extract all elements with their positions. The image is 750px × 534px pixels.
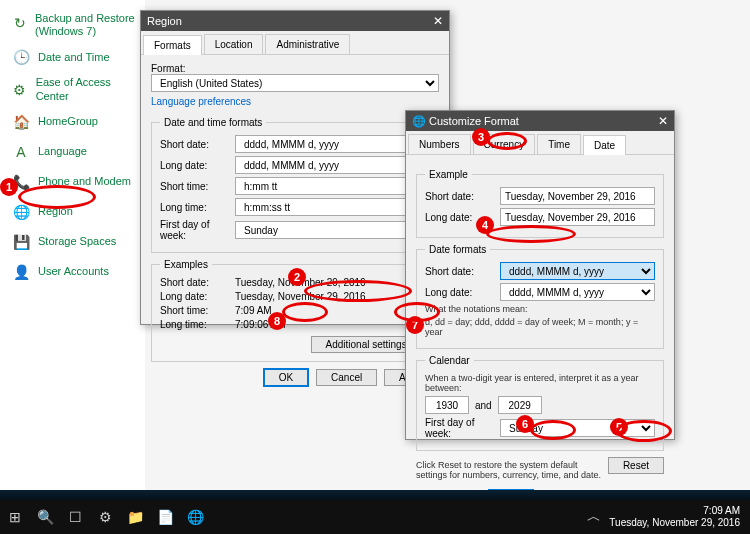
tab-numbers[interactable]: Numbers — [408, 134, 471, 154]
first-day-select[interactable]: Sunday — [500, 419, 655, 437]
ex-long-value — [500, 208, 655, 226]
clock-date: Tuesday, November 29, 2016 — [609, 517, 740, 529]
sidebar-item-phone[interactable]: 📞Phone and Modem — [4, 167, 141, 197]
short-date-label: Short date: — [160, 139, 235, 150]
system-clock[interactable]: 7:09 AM Tuesday, November 29, 2016 — [609, 505, 750, 529]
sidebar-item-label: Storage Spaces — [38, 235, 116, 248]
short-time-select[interactable]: h:mm tt — [235, 177, 430, 195]
ok-button[interactable]: OK — [263, 368, 309, 387]
long-date-label: Long date: — [160, 160, 235, 171]
user-icon: 👤 — [10, 261, 32, 283]
tab-administrative[interactable]: Administrative — [265, 34, 350, 54]
examples-group: Examples Short date:Tuesday, November 29… — [151, 259, 439, 362]
ex-short-value — [500, 187, 655, 205]
titlebar[interactable]: Region ✕ — [141, 11, 449, 31]
notation-text: d, dd = day; ddd, dddd = day of week; M … — [425, 317, 655, 337]
sidebar-item-label: Backup and Restore (Windows 7) — [35, 12, 135, 38]
sidebar-item-ease[interactable]: ⚙Ease of Access Center — [4, 72, 141, 106]
phone-icon: 📞 — [10, 171, 32, 193]
short-date-format-select[interactable]: dddd, MMMM d, yyyy — [500, 262, 655, 280]
start-button[interactable]: ⊞ — [0, 500, 30, 534]
titlebar[interactable]: 🌐 Customize Format ✕ — [406, 111, 674, 131]
calendar-group: Calendar When a two-digit year is entere… — [416, 355, 664, 451]
sidebar-item-backup[interactable]: ↻Backup and Restore (Windows 7) — [4, 8, 141, 42]
ex-short-time: 7:09 AM — [235, 305, 272, 316]
task-view-icon[interactable]: ☐ — [60, 500, 90, 534]
ease-icon: ⚙ — [10, 79, 30, 101]
clock-time: 7:09 AM — [609, 505, 740, 517]
tab-formats[interactable]: Formats — [143, 35, 202, 55]
format-select[interactable]: English (United States) — [151, 74, 439, 92]
format-label: Format: — [151, 63, 439, 74]
desktop-background — [0, 490, 750, 500]
taskbar[interactable]: ⊞ 🔍 ☐ ⚙ 📁 📄 🌐 ︿ 7:09 AM Tuesday, Novembe… — [0, 500, 750, 534]
sidebar-item-language[interactable]: ALanguage — [4, 137, 141, 167]
ex-short-time-label: Short time: — [160, 305, 235, 316]
year-to-spinner[interactable] — [498, 396, 542, 414]
first-day-select[interactable]: Sunday — [235, 221, 430, 239]
group-legend: Calendar — [425, 355, 474, 366]
group-legend: Example — [425, 169, 472, 180]
dialog-title: 🌐 Customize Format — [412, 115, 519, 128]
sidebar-item-label: User Accounts — [38, 265, 109, 278]
group-legend: Date formats — [425, 244, 490, 255]
chevron-up-icon[interactable]: ︿ — [579, 500, 609, 534]
reset-button[interactable]: Reset — [608, 457, 664, 474]
sidebar-item-users[interactable]: 👤User Accounts — [4, 257, 141, 287]
sidebar-item-label: HomeGroup — [38, 115, 98, 128]
tab-currency[interactable]: Currency — [473, 134, 536, 154]
region-dialog: Region ✕ Formats Location Administrative… — [140, 10, 450, 325]
long-date-select[interactable]: dddd, MMMM d, yyyy — [235, 156, 430, 174]
ex-long-time: 7:09:06 AM — [235, 319, 286, 330]
sidebar-item-storage[interactable]: 💾Storage Spaces — [4, 227, 141, 257]
sidebar-item-label: Phone and Modem — [38, 175, 131, 188]
notation-label: What the notations mean: — [425, 304, 655, 314]
tab-time[interactable]: Time — [537, 134, 581, 154]
cancel-button[interactable]: Cancel — [316, 369, 377, 386]
sidebar-item-label: Region — [38, 205, 73, 218]
close-icon[interactable]: ✕ — [433, 14, 443, 28]
sidebar-item-homegroup[interactable]: 🏠HomeGroup — [4, 107, 141, 137]
df-short-label: Short date: — [425, 266, 500, 277]
date-time-formats-group: Date and time formats Short date:dddd, M… — [151, 117, 439, 253]
tabs: Formats Location Administrative — [141, 31, 449, 55]
first-day-label: First day of week: — [160, 219, 235, 241]
group-legend: Examples — [160, 259, 212, 270]
ex-short-label: Short date: — [425, 191, 500, 202]
customize-format-dialog: 🌐 Customize Format ✕ Numbers Currency Ti… — [405, 110, 675, 440]
reset-text: Click Reset to restore the system defaul… — [416, 460, 604, 480]
sidebar-item-region[interactable]: 🌐Region — [4, 197, 141, 227]
first-day-label: First day of week: — [425, 417, 500, 439]
search-icon[interactable]: 🔍 — [30, 500, 60, 534]
tab-date[interactable]: Date — [583, 135, 626, 155]
language-icon: A — [10, 141, 32, 163]
ex-long-label: Long date: — [425, 212, 500, 223]
taskbar-app-icon[interactable]: 📄 — [150, 500, 180, 534]
ex-long-time-label: Long time: — [160, 319, 235, 330]
taskbar-app-icon[interactable]: 🌐 — [180, 500, 210, 534]
dialog-title: Region — [147, 15, 182, 27]
df-long-label: Long date: — [425, 287, 500, 298]
sidebar-item-label: Ease of Access Center — [36, 76, 135, 102]
close-icon[interactable]: ✕ — [658, 114, 668, 128]
taskbar-app-icon[interactable]: 📁 — [120, 500, 150, 534]
tabs: Numbers Currency Time Date — [406, 131, 674, 155]
storage-icon: 💾 — [10, 231, 32, 253]
two-digit-label: When a two-digit year is entered, interp… — [425, 373, 655, 393]
tab-location[interactable]: Location — [204, 34, 264, 54]
long-date-format-select[interactable]: dddd, MMMM d, yyyy — [500, 283, 655, 301]
long-time-label: Long time: — [160, 202, 235, 213]
restore-icon: ↻ — [10, 12, 29, 34]
gear-icon[interactable]: ⚙ — [90, 500, 120, 534]
long-time-select[interactable]: h:mm:ss tt — [235, 198, 430, 216]
date-formats-group: Date formats Short date:dddd, MMMM d, yy… — [416, 244, 664, 349]
sidebar-item-label: Date and Time — [38, 51, 110, 64]
sidebar-item-datetime[interactable]: 🕒Date and Time — [4, 42, 141, 72]
globe-icon: 🌐 — [10, 201, 32, 223]
ex-short-date-label: Short date: — [160, 277, 235, 288]
language-preferences-link[interactable]: Language preferences — [151, 96, 251, 107]
ex-short-date: Tuesday, November 29, 2016 — [235, 277, 366, 288]
ex-long-date: Tuesday, November 29, 2016 — [235, 291, 366, 302]
home-icon: 🏠 — [10, 111, 32, 133]
short-date-select[interactable]: dddd, MMMM d, yyyy — [235, 135, 430, 153]
